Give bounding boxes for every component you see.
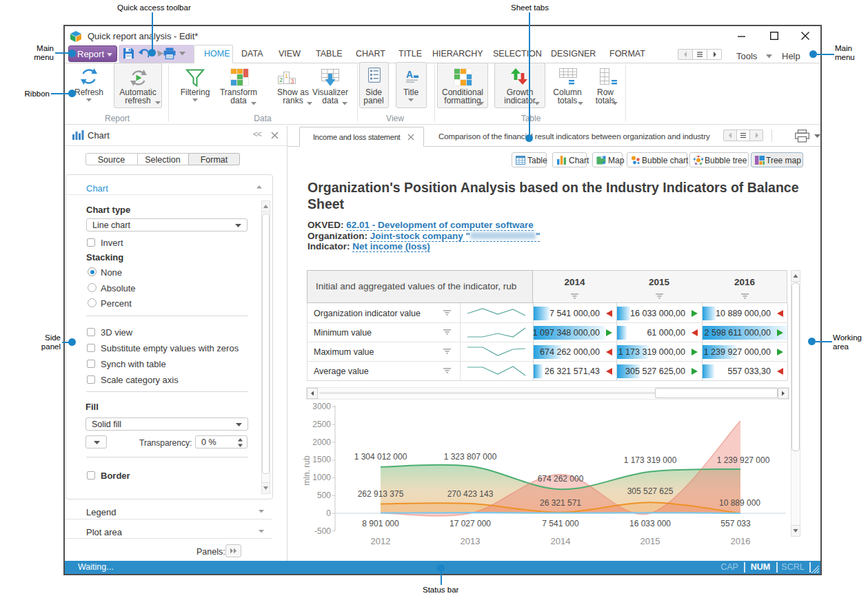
svg-text:17 027 000: 17 027 000 [450,519,491,528]
svg-text:10 889 000: 10 889 000 [719,498,760,508]
svg-text:8 901 000: 8 901 000 [362,519,399,528]
svg-text:2014: 2014 [551,536,571,546]
svg-text:2500: 2500 [312,420,331,429]
svg-text:1 323 807 000: 1 323 807 000 [444,452,497,462]
svg-text:2012: 2012 [371,536,391,546]
svg-text:270 423 143: 270 423 143 [447,489,494,499]
svg-text:16 033 000: 16 033 000 [629,519,671,528]
svg-text:mln. rub: mln. rub [303,455,312,486]
svg-text:A: A [406,69,413,80]
svg-text:305 527 625: 305 527 625 [627,486,674,496]
svg-text:3000: 3000 [312,402,331,411]
svg-text:1500: 1500 [312,455,331,464]
svg-text:0: 0 [326,508,331,518]
svg-text:1 304 012 000: 1 304 012 000 [354,452,407,462]
svg-text:2000: 2000 [312,437,331,447]
svg-text:1 239 927 000: 1 239 927 000 [717,455,770,465]
svg-text:674 262 000: 674 262 000 [538,474,584,484]
svg-text:2: 2 [279,76,283,83]
svg-text:1 173 319 000: 1 173 319 000 [624,455,677,465]
svg-text:2013: 2013 [461,536,481,546]
svg-text:1000: 1000 [312,473,331,482]
svg-text:557 033: 557 033 [720,519,751,528]
svg-text:262 913 375: 262 913 375 [358,489,404,499]
svg-text:26 321 571: 26 321 571 [540,498,581,508]
svg-text:2015: 2015 [640,536,660,546]
svg-text:1: 1 [285,72,288,79]
svg-text:3: 3 [290,78,294,84]
svg-text:2016: 2016 [731,536,751,546]
svg-text:500: 500 [317,491,331,500]
svg-text:-500: -500 [314,526,331,536]
svg-text:7 541 000: 7 541 000 [542,519,579,528]
